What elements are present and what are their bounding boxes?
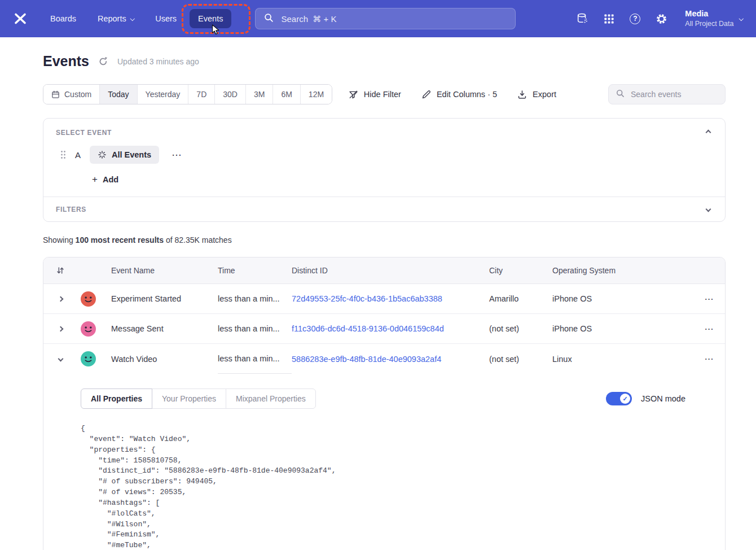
page-header: Events Updated 3 minutes ago bbox=[43, 53, 726, 69]
global-search[interactable] bbox=[255, 8, 516, 29]
nav-right-cluster: ? Media All Project Data bbox=[576, 8, 742, 28]
nav-items: Boards Reports Users Events bbox=[42, 9, 231, 28]
nav-item-events-wrapper: Events bbox=[190, 9, 231, 28]
last-updated-text: Updated 3 minutes ago bbox=[117, 57, 199, 66]
export-button[interactable]: Export bbox=[517, 90, 556, 99]
json-mode-control: ✓ JSON mode bbox=[606, 392, 685, 405]
column-city: City bbox=[489, 266, 552, 275]
add-event-button[interactable]: + Add bbox=[92, 174, 118, 185]
date-3m-button[interactable]: 3M bbox=[245, 85, 272, 104]
event-detail-panel: All Properties Your Properties Mixpanel … bbox=[43, 374, 725, 550]
events-table: Event Name Time Distinct ID City Operati… bbox=[43, 257, 726, 550]
page-title: Events bbox=[43, 53, 89, 69]
refresh-icon[interactable] bbox=[98, 56, 108, 67]
nav-item-users[interactable]: Users bbox=[147, 9, 185, 28]
pencil-icon bbox=[421, 90, 431, 99]
nav-item-reports[interactable]: Reports bbox=[89, 9, 142, 28]
city-cell: (not set) bbox=[489, 355, 552, 364]
date-range-group: Custom Today Yesterday 7D 30D 3M 6M 12M bbox=[43, 84, 332, 104]
plus-icon: + bbox=[92, 174, 98, 185]
distinct-id-link[interactable]: f11c30d6-dc6d-4518-9136-0d046159c84d bbox=[292, 324, 489, 333]
json-properties-block: { "event": "Watch Video", "properties": … bbox=[81, 424, 685, 550]
search-events-field[interactable] bbox=[608, 84, 726, 104]
apps-grid-icon[interactable] bbox=[604, 14, 614, 24]
edit-columns-button[interactable]: Edit Columns · 5 bbox=[421, 90, 497, 99]
event-name-cell: Message Sent bbox=[111, 324, 218, 333]
os-cell: iPhone OS bbox=[552, 324, 693, 333]
nav-item-events[interactable]: Events bbox=[190, 9, 231, 28]
collapse-row-button[interactable] bbox=[43, 357, 77, 361]
date-7d-button[interactable]: 7D bbox=[188, 85, 214, 104]
row-overflow-button[interactable]: ⋯ bbox=[693, 294, 725, 304]
data-management-icon[interactable] bbox=[576, 12, 588, 25]
city-cell: (not set) bbox=[489, 324, 552, 333]
json-mode-toggle[interactable]: ✓ bbox=[606, 392, 632, 405]
table-row-expanded[interactable]: Watch Video less than a min... 5886283e-… bbox=[43, 344, 725, 374]
global-search-input[interactable] bbox=[280, 14, 507, 24]
tab-all-properties[interactable]: All Properties bbox=[81, 389, 152, 409]
gear-icon[interactable] bbox=[656, 13, 667, 25]
top-navbar: Boards Reports Users Events bbox=[0, 0, 756, 37]
expand-row-button[interactable] bbox=[43, 297, 77, 301]
search-events-input[interactable] bbox=[630, 89, 718, 99]
time-cell: less than a min... bbox=[218, 324, 292, 333]
os-cell: iPhone OS bbox=[552, 294, 693, 303]
column-event-name: Event Name bbox=[111, 266, 218, 275]
table-header-row: Event Name Time Distinct ID City Operati… bbox=[43, 257, 725, 284]
date-yesterday-button[interactable]: Yesterday bbox=[137, 85, 188, 104]
event-overflow-button[interactable]: ⋯ bbox=[168, 149, 185, 161]
download-icon bbox=[517, 90, 527, 99]
drag-handle-icon[interactable] bbox=[60, 150, 66, 159]
property-tabs: All Properties Your Properties Mixpanel … bbox=[81, 389, 316, 409]
select-event-header: SELECT EVENT bbox=[43, 119, 725, 137]
project-name: Media bbox=[685, 8, 733, 19]
project-text: Media All Project Data bbox=[685, 8, 733, 28]
toolbar-actions: Hide Filter Edit Columns · 5 Export bbox=[349, 84, 726, 104]
avatar bbox=[77, 321, 111, 337]
results-count: 100 most recent results bbox=[76, 235, 164, 245]
time-cell: less than a min... bbox=[218, 344, 292, 374]
project-selector[interactable]: Media All Project Data bbox=[685, 8, 742, 28]
event-row-letter: A bbox=[75, 150, 81, 160]
nav-item-boards[interactable]: Boards bbox=[42, 9, 85, 28]
tab-mixpanel-properties[interactable]: Mixpanel Properties bbox=[226, 389, 316, 409]
distinct-id-link[interactable]: 5886283e-e9fb-48fb-81de-40e9093a2af4 bbox=[292, 355, 489, 364]
date-custom-button[interactable]: Custom bbox=[43, 85, 99, 104]
expand-filters-button[interactable] bbox=[704, 205, 713, 213]
mixpanel-logo-icon[interactable] bbox=[14, 12, 27, 25]
distinct-id-link[interactable]: 72d49553-25fc-4f0c-b436-1b5ac6ab3388 bbox=[292, 294, 489, 303]
date-6m-button[interactable]: 6M bbox=[272, 85, 300, 104]
main-content: Events Updated 3 minutes ago Custom Toda… bbox=[0, 53, 756, 550]
column-operating-system: Operating System bbox=[552, 266, 693, 275]
date-30d-button[interactable]: 30D bbox=[214, 85, 245, 104]
sparkle-icon bbox=[98, 150, 107, 159]
expand-row-button[interactable] bbox=[43, 327, 77, 331]
hide-filter-icon bbox=[349, 90, 358, 99]
table-row[interactable]: Experiment Started less than a min... 72… bbox=[43, 284, 725, 314]
search-icon bbox=[616, 89, 625, 100]
toggle-knob: ✓ bbox=[620, 394, 630, 404]
results-summary: Showing 100 most recent results of 82.35… bbox=[43, 235, 726, 245]
select-event-label: SELECT EVENT bbox=[56, 129, 112, 137]
event-name-cell: Watch Video bbox=[111, 355, 218, 364]
all-events-pill[interactable]: All Events bbox=[90, 146, 159, 164]
row-overflow-button[interactable]: ⋯ bbox=[693, 324, 725, 334]
os-cell: Linux bbox=[552, 355, 693, 364]
column-time: Time bbox=[218, 266, 292, 275]
project-scope: All Project Data bbox=[685, 19, 733, 28]
table-row[interactable]: Message Sent less than a min... f11c30d6… bbox=[43, 314, 725, 344]
help-icon[interactable]: ? bbox=[630, 14, 640, 24]
date-today-button[interactable]: Today bbox=[99, 85, 137, 104]
row-overflow-button[interactable]: ⋯ bbox=[693, 353, 725, 364]
sort-icon[interactable] bbox=[43, 266, 77, 275]
time-cell: less than a min... bbox=[218, 294, 292, 303]
search-icon bbox=[263, 12, 274, 25]
date-12m-button[interactable]: 12M bbox=[300, 85, 332, 104]
filters-section-header[interactable]: FILTERS bbox=[43, 197, 725, 221]
hide-filter-button[interactable]: Hide Filter bbox=[349, 90, 401, 99]
avatar bbox=[77, 351, 111, 366]
tab-your-properties[interactable]: Your Properties bbox=[152, 389, 226, 409]
chevron-down-icon bbox=[130, 16, 135, 21]
collapse-section-button[interactable] bbox=[704, 128, 713, 137]
event-name-cell: Experiment Started bbox=[111, 294, 218, 303]
